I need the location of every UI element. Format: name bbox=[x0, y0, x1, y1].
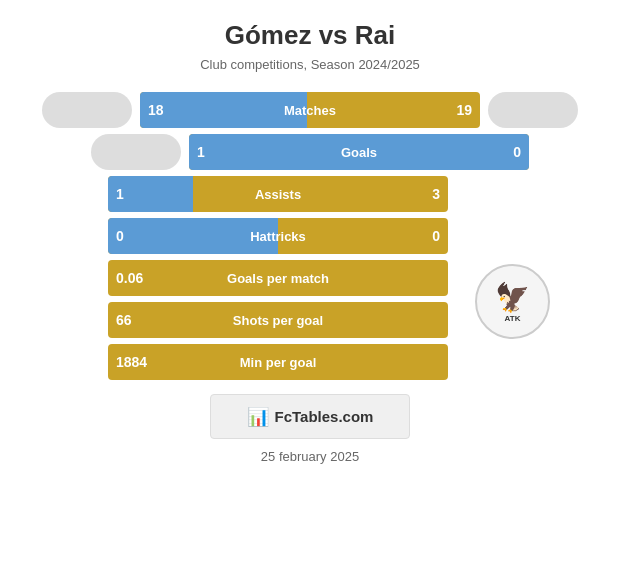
bar-goals-per-match: 0.06 Goals per match bbox=[108, 260, 448, 296]
bar-goals: 1 Goals 0 bbox=[189, 134, 529, 170]
right-value-matches: 19 bbox=[456, 102, 472, 118]
left-value-assists: 1 bbox=[116, 186, 124, 202]
stat-row-matches: 18 Matches 19 bbox=[10, 92, 610, 128]
label-matches: Matches bbox=[284, 103, 336, 118]
label-assists: Assists bbox=[255, 187, 301, 202]
left-value-shots-per-goal: 66 bbox=[116, 312, 132, 328]
label-hattricks: Hattricks bbox=[250, 229, 306, 244]
page-subtitle: Club competitions, Season 2024/2025 bbox=[200, 57, 420, 72]
logo-inner: 🦅 ATK bbox=[495, 281, 530, 323]
label-goals: Goals bbox=[341, 145, 377, 160]
stat-row-goals: 1 Goals 0 🦅 ATK bbox=[10, 134, 610, 170]
fctables-banner[interactable]: 📊 FcTables.com bbox=[210, 394, 410, 439]
bar-matches: 18 Matches 19 bbox=[140, 92, 480, 128]
left-avatar-goals bbox=[91, 134, 181, 170]
fctables-label: FcTables.com bbox=[275, 408, 374, 425]
fctables-icon: 📊 bbox=[247, 406, 269, 428]
right-value-assists: 3 bbox=[432, 186, 440, 202]
bar-fill-matches bbox=[140, 92, 307, 128]
bar-shots-per-goal: 66 Shots per goal bbox=[108, 302, 448, 338]
logo-bird-icon: 🦅 bbox=[495, 281, 530, 314]
left-value-hattricks: 0 bbox=[116, 228, 124, 244]
team-logo: 🦅 ATK bbox=[475, 264, 550, 339]
logo-text: ATK bbox=[505, 314, 521, 323]
left-value-goals-per-match: 0.06 bbox=[116, 270, 143, 286]
right-value-goals: 0 bbox=[513, 144, 521, 160]
label-min-per-goal: Min per goal bbox=[240, 355, 317, 370]
date-label: 25 february 2025 bbox=[261, 449, 359, 464]
stats-area: 18 Matches 19 1 Goals 0 🦅 ATK 1 Assists … bbox=[10, 92, 610, 380]
bar-assists: 1 Assists 3 bbox=[108, 176, 448, 212]
bar-min-per-goal: 1884 Min per goal bbox=[108, 344, 448, 380]
left-value-matches: 18 bbox=[148, 102, 164, 118]
left-avatar-matches bbox=[42, 92, 132, 128]
label-goals-per-match: Goals per match bbox=[227, 271, 329, 286]
page-title: Gómez vs Rai bbox=[225, 20, 396, 51]
right-value-hattricks: 0 bbox=[432, 228, 440, 244]
right-avatar-matches bbox=[488, 92, 578, 128]
bar-hattricks: 0 Hattricks 0 bbox=[108, 218, 448, 254]
label-shots-per-goal: Shots per goal bbox=[233, 313, 323, 328]
left-value-goals: 1 bbox=[197, 144, 205, 160]
left-value-min-per-goal: 1884 bbox=[116, 354, 147, 370]
